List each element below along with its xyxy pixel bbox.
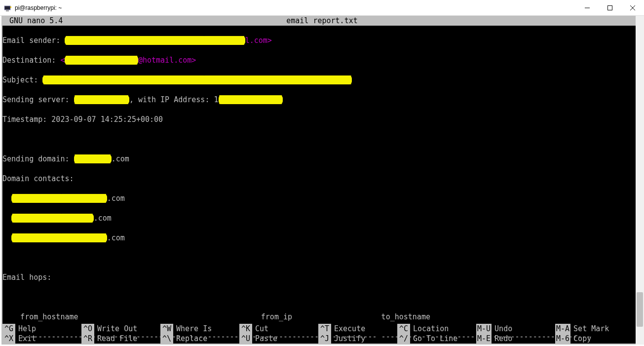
maximize-button[interactable] — [599, 0, 621, 16]
shortcut-gotoline: ^/Go To Line — [397, 334, 476, 344]
shortcut-undo: M-UUndo — [476, 324, 555, 334]
shortcut-readfile: ^RRead File — [81, 334, 160, 344]
shortcut-replace: ^\Replace — [160, 334, 239, 344]
close-button[interactable] — [621, 0, 644, 16]
putty-icon — [4, 4, 12, 12]
svg-rect-4 — [608, 5, 612, 10]
scrollbar-thumb[interactable] — [637, 292, 643, 327]
shortcut-redo: M-ERedo — [476, 334, 555, 344]
shortcut-help: ^GHelp — [2, 324, 81, 334]
shortcut-execute: ^TExecute — [318, 324, 397, 334]
svg-rect-2 — [6, 10, 9, 11]
nano-shortcuts: ^GHelp ^OWrite Out ^WWhere Is ^KCut ^TEx… — [2, 324, 642, 344]
svg-rect-1 — [10, 6, 11, 8]
shortcut-justify: ^JJustify — [318, 334, 397, 344]
shortcut-writeout: ^OWrite Out — [81, 324, 160, 334]
shortcut-location: ^CLocation — [397, 324, 476, 334]
shortcut-exit: ^XExit — [2, 334, 81, 344]
shortcut-setmark: M-ASet Mark — [555, 324, 634, 334]
window-scrollbar[interactable] — [636, 16, 644, 345]
nano-header: GNU nano 5.4 email report.txt — [2, 16, 642, 26]
table-header: from_hostname from_ip to_hostname — [2, 312, 642, 322]
shortcut-cut: ^KCut — [239, 324, 318, 334]
minimize-button[interactable] — [576, 0, 599, 16]
shortcut-paste: ^UPaste — [239, 334, 318, 344]
nano-app-name: GNU nano 5.4 — [3, 16, 63, 26]
nano-filename: email report.txt — [286, 16, 358, 26]
file-content: Email sender: ██████████████████████████… — [2, 26, 642, 345]
shortcut-whereis: ^WWhere Is — [160, 324, 239, 334]
shortcut-copy: M-6Copy — [555, 334, 634, 344]
titlebar[interactable]: pi@raspberrypi: ~ — [0, 0, 644, 16]
window-title: pi@raspberrypi: ~ — [15, 4, 62, 11]
terminal-area[interactable]: GNU nano 5.4 email report.txt Email send… — [1, 16, 643, 345]
svg-rect-0 — [4, 6, 10, 10]
putty-window: pi@raspberrypi: ~ GNU nano 5.4 email rep… — [0, 0, 644, 346]
